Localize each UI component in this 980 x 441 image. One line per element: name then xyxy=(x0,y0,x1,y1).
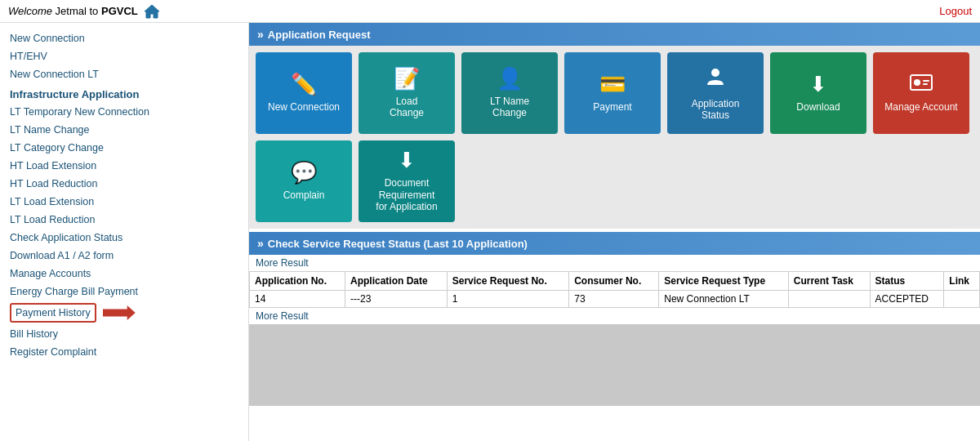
sidebar-item-lt-load-red[interactable]: LT Load Reduction xyxy=(10,211,238,229)
payment-history-arrow xyxy=(103,305,136,320)
service-request-header: Check Service Request Status (Last 10 Ap… xyxy=(249,232,980,255)
col-service-req-type: Service Request Type xyxy=(659,272,789,291)
col-app-no: Application No. xyxy=(250,272,345,291)
tile-new-connection[interactable]: ✏️ New Connection xyxy=(256,52,352,134)
service-table: Application No. Application Date Service… xyxy=(249,271,980,308)
svg-rect-2 xyxy=(911,75,932,90)
id-card-icon xyxy=(910,74,933,95)
sidebar-item-bill-history[interactable]: Bill History xyxy=(10,325,238,343)
tile-load-change[interactable]: 📝 LoadChange xyxy=(359,52,455,134)
tile-complain[interactable]: 💬 Complain xyxy=(256,140,352,222)
service-section: Check Service Request Status (Last 10 Ap… xyxy=(249,232,980,406)
user-icon: 👤 xyxy=(497,68,523,89)
cell-link xyxy=(944,291,980,308)
welcome-text: Welcome Jetmal to PGVCL xyxy=(8,5,138,17)
sidebar-item-new-connection-lt[interactable]: New Connection LT xyxy=(10,65,238,83)
app-request-header: Application Request xyxy=(249,23,980,46)
logout-button[interactable]: Logout xyxy=(939,5,972,17)
tile-payment[interactable]: 💳 Payment xyxy=(564,52,661,134)
sidebar-section-title: Infrastructure Application xyxy=(10,83,238,103)
cell-app-no: 14 xyxy=(250,291,345,308)
cell-app-date: ---23 xyxy=(345,291,447,308)
col-app-date: Application Date xyxy=(345,272,447,291)
sidebar-item-ht-load-ext[interactable]: HT Load Extension xyxy=(10,157,238,175)
sidebar-item-check-app-status[interactable]: Check Application Status xyxy=(10,229,238,247)
sidebar-item-ht-load-red[interactable]: HT Load Reduction xyxy=(10,175,238,193)
svg-point-1 xyxy=(711,69,719,77)
more-result-bottom[interactable]: More Result xyxy=(249,308,980,324)
cell-current-task xyxy=(788,291,870,308)
table-row: 14 ---23 1 73 New Connection LT ACCEPTED xyxy=(250,291,980,308)
chat-icon: 💬 xyxy=(291,162,317,183)
cell-status: ACCEPTED xyxy=(870,291,944,308)
col-consumer-no: Consumer No. xyxy=(569,272,659,291)
sidebar-item-register-complaint[interactable]: Register Complaint xyxy=(10,343,238,361)
sidebar: New Connection HT/EHV New Connection LT … xyxy=(0,23,249,441)
cell-consumer-no: 73 xyxy=(569,291,659,308)
tile-download[interactable]: ⬇ Download xyxy=(770,52,866,134)
status-icon xyxy=(704,65,727,91)
tile-manage-account[interactable]: Manage Account xyxy=(873,52,969,134)
edit-icon: 📝 xyxy=(394,68,420,89)
sidebar-item-lt-name-change[interactable]: LT Name Change xyxy=(10,121,238,139)
tile-application-status[interactable]: ApplicationStatus xyxy=(667,52,764,134)
col-link: Link xyxy=(944,272,980,291)
col-status: Status xyxy=(870,272,944,291)
svg-marker-0 xyxy=(145,5,159,18)
doc-download-icon: ⬇ xyxy=(398,149,416,171)
sidebar-item-new-connection[interactable]: New Connection xyxy=(10,29,238,47)
top-bar: Welcome Jetmal to PGVCL Logout xyxy=(0,0,980,23)
sidebar-item-lt-category-change[interactable]: LT Category Change xyxy=(10,139,238,157)
card-icon: 💳 xyxy=(599,74,626,95)
more-result-top[interactable]: More Result xyxy=(249,255,980,271)
sidebar-item-manage-accounts[interactable]: Manage Accounts xyxy=(10,265,238,283)
col-service-req-no: Service Request No. xyxy=(447,272,568,291)
pencil-icon: ✏️ xyxy=(291,74,317,95)
sidebar-item-payment-history[interactable]: Payment History xyxy=(10,303,96,323)
download-icon: ⬇ xyxy=(809,74,827,95)
tile-document-requirement[interactable]: ⬇ DocumentRequirementfor Application xyxy=(359,140,455,222)
cell-service-req-no: 1 xyxy=(447,291,568,308)
home-icon[interactable] xyxy=(143,3,161,20)
sidebar-item-lt-load-ext[interactable]: LT Load Extension xyxy=(10,193,238,211)
gray-area xyxy=(249,324,980,406)
app-request-grid: ✏️ New Connection 📝 LoadChange 👤 LT Name… xyxy=(249,46,980,229)
svg-point-3 xyxy=(914,79,920,86)
col-current-task: Current Task xyxy=(788,272,870,291)
sidebar-item-energy-charge[interactable]: Energy Charge Bill Payment xyxy=(10,283,238,301)
main-layout: New Connection HT/EHV New Connection LT … xyxy=(0,23,980,441)
cell-service-req-type: New Connection LT xyxy=(659,291,789,308)
content-area: Application Request ✏️ New Connection 📝 … xyxy=(249,23,980,441)
sidebar-item-download-a1-a2[interactable]: Download A1 / A2 form xyxy=(10,247,238,265)
top-bar-left: Welcome Jetmal to PGVCL xyxy=(8,3,161,20)
sidebar-item-ht-ehv[interactable]: HT/EHV xyxy=(10,47,238,65)
svg-rect-5 xyxy=(923,83,928,85)
svg-rect-4 xyxy=(923,80,929,82)
sidebar-item-lt-temp[interactable]: LT Temporary New Connection xyxy=(10,103,238,121)
tile-lt-name-change[interactable]: 👤 LT NameChange xyxy=(461,52,558,134)
